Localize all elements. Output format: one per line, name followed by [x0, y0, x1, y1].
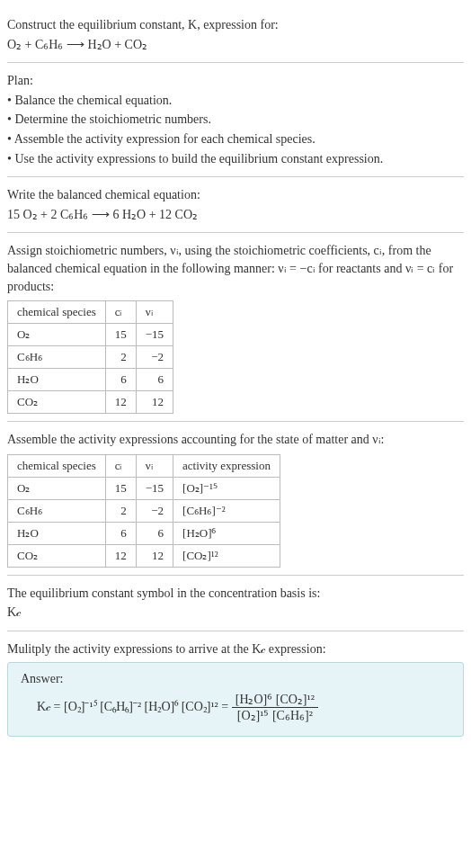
plan-title: Plan: — [7, 72, 464, 90]
cell-c: 2 — [105, 499, 136, 522]
col-c: cᵢ — [105, 301, 136, 324]
plan-bullet-3: • Assemble the activity expression for e… — [7, 130, 464, 148]
cell-c: 6 — [105, 522, 136, 544]
cell-species: H₂O — [8, 522, 106, 544]
table-row: O₂ 15 −15 — [8, 324, 173, 346]
cell-c: 15 — [105, 324, 136, 346]
table-row: H₂O 6 6 [H₂O]⁶ — [8, 522, 280, 544]
col-species: chemical species — [8, 301, 106, 324]
cell-c: 6 — [105, 369, 136, 391]
plan-bullet-4: • Use the activity expressions to build … — [7, 150, 464, 168]
answer-box: Answer: K𝒸 = [O₂]⁻¹⁵ [C₆H₆]⁻² [H₂O]⁶ [CO… — [7, 662, 464, 737]
cell-expr: [C₆H₆]⁻² — [173, 499, 280, 522]
ksymbol-value: K𝒸 — [7, 604, 464, 622]
answer-equation: K𝒸 = [O₂]⁻¹⁵ [C₆H₆]⁻² [H₂O]⁶ [CO₂]¹² = [… — [21, 692, 450, 723]
activity-table: chemical species cᵢ νᵢ activity expressi… — [7, 454, 280, 568]
stoich-line: Assign stoichiometric numbers, νᵢ, using… — [7, 242, 464, 295]
multiply-section: Mulitply the activity expressions to arr… — [7, 631, 464, 744]
stoich-table: chemical species cᵢ νᵢ O₂ 15 −15 C₆H₆ 2 … — [7, 300, 173, 414]
answer-lhs: K𝒸 = [O₂]⁻¹⁵ [C₆H₆]⁻² [H₂O]⁶ [CO₂]¹² = — [37, 699, 232, 712]
table-row: C₆H₆ 2 −2 [C₆H₆]⁻² — [8, 499, 280, 522]
cell-v: −15 — [136, 324, 173, 346]
cell-c: 12 — [105, 391, 136, 414]
intro-line: Construct the equilibrium constant, K, e… — [7, 16, 464, 34]
cell-v: −2 — [136, 499, 173, 522]
cell-species: CO₂ — [8, 544, 106, 567]
ksymbol-section: The equilibrium constant symbol in the c… — [7, 576, 464, 631]
multiply-line: Mulitply the activity expressions to arr… — [7, 640, 464, 658]
stoich-section: Assign stoichiometric numbers, νᵢ, using… — [7, 233, 464, 422]
balanced-line: Write the balanced chemical equation: — [7, 186, 464, 204]
cell-expr: [CO₂]¹² — [173, 544, 280, 567]
intro-equation: O₂ + C₆H₆ ⟶ H₂O + CO₂ — [7, 36, 464, 54]
intro-section: Construct the equilibrium constant, K, e… — [7, 7, 464, 63]
cell-species: O₂ — [8, 324, 106, 346]
table-row: CO₂ 12 12 — [8, 391, 173, 414]
cell-expr: [H₂O]⁶ — [173, 522, 280, 544]
table-header-row: chemical species cᵢ νᵢ — [8, 301, 173, 324]
cell-v: 6 — [136, 522, 173, 544]
cell-c: 15 — [105, 477, 136, 499]
col-v: νᵢ — [136, 454, 173, 477]
cell-species: C₆H₆ — [8, 499, 106, 522]
table-row: O₂ 15 −15 [O₂]⁻¹⁵ — [8, 477, 280, 499]
fraction-numerator: [H₂O]⁶ [CO₂]¹² — [232, 692, 318, 707]
plan-bullet-1: • Balance the chemical equation. — [7, 92, 464, 110]
cell-v: 6 — [136, 369, 173, 391]
cell-c: 12 — [105, 544, 136, 567]
answer-fraction: [H₂O]⁶ [CO₂]¹² [O₂]¹⁵ [C₆H₆]² — [232, 692, 318, 723]
cell-v: 12 — [136, 544, 173, 567]
activity-section: Assemble the activity expressions accoun… — [7, 422, 464, 576]
cell-c: 2 — [105, 346, 136, 369]
fraction-denominator: [O₂]¹⁵ [C₆H₆]² — [232, 707, 318, 723]
cell-v: −2 — [136, 346, 173, 369]
col-expr: activity expression — [173, 454, 280, 477]
plan-bullet-2: • Determine the stoichiometric numbers. — [7, 111, 464, 129]
balanced-section: Write the balanced chemical equation: 15… — [7, 177, 464, 233]
col-c: cᵢ — [105, 454, 136, 477]
activity-line: Assemble the activity expressions accoun… — [7, 431, 464, 449]
answer-label: Answer: — [21, 672, 450, 686]
cell-v: −15 — [136, 477, 173, 499]
cell-species: O₂ — [8, 477, 106, 499]
col-v: νᵢ — [136, 301, 173, 324]
ksymbol-line: The equilibrium constant symbol in the c… — [7, 585, 464, 603]
table-row: H₂O 6 6 — [8, 369, 173, 391]
table-header-row: chemical species cᵢ νᵢ activity expressi… — [8, 454, 280, 477]
cell-species: CO₂ — [8, 391, 106, 414]
cell-species: C₆H₆ — [8, 346, 106, 369]
plan-section: Plan: • Balance the chemical equation. •… — [7, 63, 464, 177]
col-species: chemical species — [8, 454, 106, 477]
table-row: C₆H₆ 2 −2 — [8, 346, 173, 369]
cell-species: H₂O — [8, 369, 106, 391]
table-row: CO₂ 12 12 [CO₂]¹² — [8, 544, 280, 567]
cell-v: 12 — [136, 391, 173, 414]
cell-expr: [O₂]⁻¹⁵ — [173, 477, 280, 499]
balanced-equation: 15 O₂ + 2 C₆H₆ ⟶ 6 H₂O + 12 CO₂ — [7, 206, 464, 224]
